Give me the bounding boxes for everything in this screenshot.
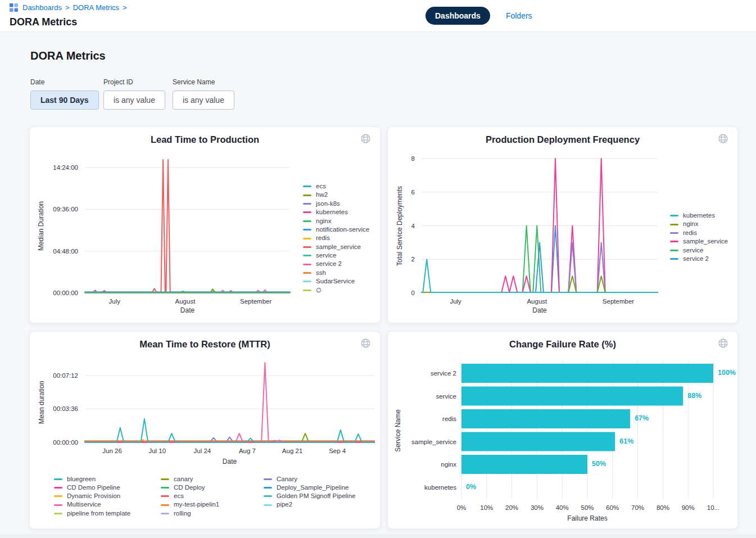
- legend-swatch: [264, 504, 272, 506]
- legend-item[interactable]: hw2: [303, 191, 369, 199]
- legend-item[interactable]: ∅: [303, 286, 369, 295]
- x-tick-label: 10%: [473, 504, 501, 512]
- legend-item[interactable]: my-test-pipelin1: [161, 501, 219, 509]
- x-tick-label: August: [160, 297, 210, 305]
- legend-item[interactable]: SudarService: [303, 277, 369, 286]
- legend-item[interactable]: sample_service: [670, 237, 728, 246]
- legend-label: Multiservice: [67, 501, 101, 508]
- legend-swatch: [303, 290, 311, 291]
- card-lead-time: Lead Time to Production Median Duration0…: [29, 126, 381, 323]
- category-label: service 2: [383, 369, 456, 377]
- y-tick-label: 4: [374, 222, 415, 230]
- x-tick-label: 20%: [498, 504, 526, 512]
- legend-swatch: [670, 250, 678, 251]
- legend-item[interactable]: notification-service: [303, 225, 369, 234]
- y-axis-label: Median Duration: [37, 170, 45, 282]
- legend-item[interactable]: json-k8s: [303, 200, 369, 208]
- category-label: service: [383, 392, 456, 400]
- legend-swatch: [54, 504, 62, 506]
- legend-swatch: [670, 241, 678, 242]
- x-axis-label: Date: [162, 306, 213, 314]
- legend-swatch: [303, 264, 311, 265]
- legend-item[interactable]: sample_service: [303, 243, 369, 251]
- card-change-failure-rate: Change Failure Rate (%) Service Nameserv…: [387, 331, 738, 529]
- view-tabs: Dashboards Folders: [425, 7, 532, 25]
- y-tick-label: 00:03:36: [38, 405, 78, 413]
- legend-item[interactable]: kubernetes: [303, 208, 369, 216]
- tab-dashboards[interactable]: Dashboards: [425, 7, 490, 25]
- x-tick-label: 90%: [674, 504, 702, 512]
- tab-folders[interactable]: Folders: [506, 11, 532, 20]
- legend-swatch: [670, 224, 678, 225]
- legend-item[interactable]: nginx: [670, 220, 728, 228]
- legend-item[interactable]: redis: [303, 234, 369, 242]
- y-tick-label: 00:07:12: [38, 372, 78, 379]
- legend-item[interactable]: ssh: [303, 269, 369, 277]
- legend: kubernetesnginxredissample_serviceservic…: [670, 211, 728, 263]
- legend-item[interactable]: canary: [161, 476, 193, 483]
- legend: ecshw2json-k8skubernetesnginxnotificatio…: [303, 182, 369, 295]
- legend-item[interactable]: pipe2: [264, 501, 292, 509]
- legend-label: canary: [174, 476, 193, 483]
- legend-swatch: [303, 238, 311, 239]
- legend-item[interactable]: kubernetes: [670, 211, 728, 220]
- legend-item[interactable]: service 2: [303, 260, 369, 269]
- top-header: Dashboards > DORA Metrics > DORA Metrics…: [0, 0, 756, 32]
- y-tick-label: 2: [374, 255, 415, 263]
- filter-project-id-value[interactable]: is any value: [103, 91, 165, 110]
- filter-label-date: Date: [30, 78, 44, 86]
- legend-item[interactable]: redis: [670, 229, 728, 237]
- x-tick-label: Jul 24: [177, 447, 228, 455]
- legend-item[interactable]: rolling: [161, 510, 191, 517]
- plot-holder: [388, 332, 739, 530]
- legend-label: nginx: [683, 221, 699, 228]
- filter-date-value[interactable]: Last 90 Days: [30, 91, 99, 110]
- breadcrumb-link-dashboards[interactable]: Dashboards: [22, 3, 62, 12]
- x-tick-label: 10...: [699, 504, 727, 512]
- legend-label: kubernetes: [683, 213, 715, 219]
- legend-label: rolling: [174, 510, 191, 517]
- x-tick-label: Aug 21: [267, 447, 318, 455]
- y-tick-label: 00:00:00: [38, 438, 78, 446]
- legend-label: service: [683, 247, 703, 254]
- filter-service-name-value[interactable]: is any value: [173, 91, 234, 110]
- series-line-Multiservice: [85, 363, 374, 442]
- legend-swatch: [54, 478, 62, 480]
- legend-item[interactable]: nginx: [303, 217, 369, 225]
- legend-item[interactable]: ecs: [161, 492, 184, 500]
- legend-item[interactable]: service: [303, 251, 369, 260]
- legend-label: SudarService: [316, 278, 355, 285]
- x-tick-label: September: [593, 297, 644, 305]
- legend-label: Canary: [277, 476, 297, 483]
- legend-label: CD Deploy: [174, 485, 205, 491]
- bar-nginx: [461, 455, 587, 474]
- legend-item[interactable]: Golden PM Signoff Pipeline: [264, 492, 355, 500]
- legend-swatch: [670, 232, 678, 234]
- legend-swatch: [161, 478, 169, 480]
- legend-item[interactable]: service: [670, 246, 728, 255]
- legend-swatch: [264, 495, 272, 497]
- legend-item[interactable]: Multiservice: [54, 501, 101, 509]
- legend-item[interactable]: service 2: [670, 255, 728, 263]
- card-mttr: Mean Time to Restore (MTTR) Mean duratio…: [29, 331, 381, 529]
- legend-item[interactable]: Canary: [264, 476, 297, 483]
- legend-label: sample_service: [683, 238, 728, 245]
- legend-item[interactable]: pipeline from template: [54, 510, 130, 517]
- legend-label: hw2: [316, 192, 328, 198]
- legend-item[interactable]: bluegreen: [54, 476, 96, 483]
- legend-item[interactable]: CD Demo Pipeline: [54, 484, 120, 491]
- y-tick-label: 00:00:00: [38, 289, 78, 297]
- legend-item[interactable]: CD Deploy: [161, 484, 205, 491]
- legend-item[interactable]: Deploy_Sample_Pipeline: [264, 484, 349, 491]
- x-tick-label: September: [230, 297, 281, 305]
- bar-service 2: [461, 364, 713, 383]
- legend-label: bluegreen: [67, 476, 96, 483]
- x-tick-label: 80%: [649, 504, 677, 512]
- legend-item[interactable]: Dynamic Provision: [54, 492, 120, 500]
- legend-swatch: [161, 495, 169, 497]
- y-tick-label: 14:24:00: [38, 164, 78, 171]
- breadcrumb-link-dora-metrics[interactable]: DORA Metrics: [73, 3, 119, 12]
- legend-swatch: [161, 504, 169, 506]
- category-label: nginx: [383, 460, 456, 468]
- legend-item[interactable]: ecs: [303, 182, 369, 191]
